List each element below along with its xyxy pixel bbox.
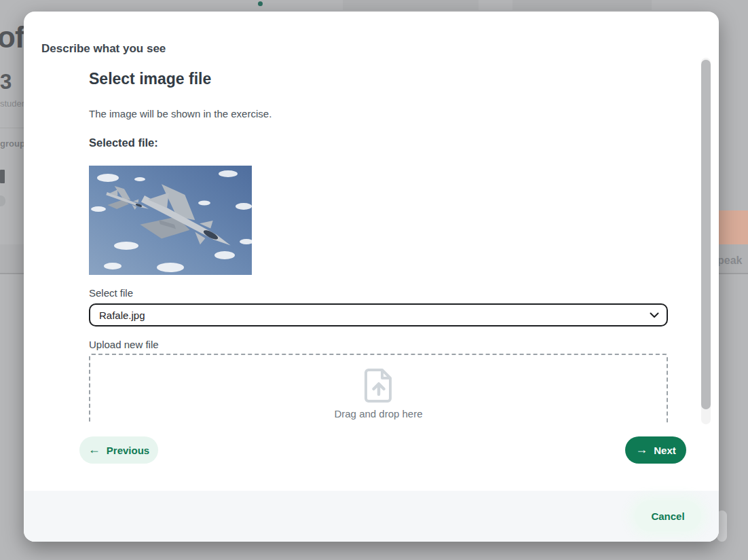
drag-drop-text: Drag and drop here bbox=[334, 408, 422, 419]
selected-file-label: Selected file: bbox=[89, 136, 158, 149]
next-button-label: Next bbox=[654, 445, 676, 456]
background-group-fragment: group bbox=[0, 138, 25, 149]
background-divider bbox=[0, 128, 24, 128]
background-highlight-cell bbox=[719, 210, 748, 244]
chevron-down-icon bbox=[650, 309, 659, 321]
background-speak-fragment: peak bbox=[717, 255, 742, 267]
wizard-nav: ← Previous → Next bbox=[24, 436, 719, 464]
background-page-heading-fragment: of bbox=[0, 20, 24, 54]
upload-file-icon bbox=[363, 369, 394, 405]
selected-image-preview bbox=[89, 166, 252, 275]
previous-button-label: Previous bbox=[107, 445, 149, 456]
file-select-dropdown[interactable]: Rafale.jpg bbox=[89, 303, 668, 326]
upload-new-file-label: Upload new file bbox=[89, 339, 159, 350]
dialog-scroll-area: Select image file The image will be show… bbox=[24, 58, 719, 424]
background-badge-fragment bbox=[0, 195, 5, 206]
select-file-label: Select file bbox=[89, 287, 133, 299]
background-tab-fragment bbox=[343, 0, 479, 10]
stepper-dot bbox=[258, 1, 263, 6]
step-description: The image will be shown in the exercise. bbox=[89, 108, 272, 119]
rafale-jets-image bbox=[89, 166, 252, 275]
cancel-button-label: Cancel bbox=[651, 510, 684, 522]
file-select-value: Rafale.jpg bbox=[90, 310, 145, 321]
dialog-scrollbar[interactable] bbox=[701, 58, 711, 424]
dialog-title: Describe what you see bbox=[41, 42, 166, 56]
background-table-row-fragment bbox=[0, 244, 24, 274]
background-text-fragment bbox=[0, 170, 5, 183]
arrow-left-icon: ← bbox=[88, 443, 100, 455]
describe-image-dialog: Describe what you see Select image file … bbox=[24, 12, 719, 542]
background-count-fragment: 3 bbox=[0, 70, 12, 94]
next-button[interactable]: → Next bbox=[625, 436, 686, 464]
previous-button[interactable]: ← Previous bbox=[79, 436, 158, 464]
scrollbar-thumb[interactable] bbox=[701, 60, 711, 409]
arrow-right-icon: → bbox=[635, 443, 648, 455]
cancel-button[interactable]: Cancel bbox=[635, 500, 701, 531]
background-tab-fragment bbox=[512, 0, 652, 10]
dialog-footer: Cancel bbox=[24, 491, 719, 542]
file-dropzone[interactable]: Drag and drop here bbox=[89, 354, 668, 424]
step-heading: Select image file bbox=[89, 70, 211, 88]
